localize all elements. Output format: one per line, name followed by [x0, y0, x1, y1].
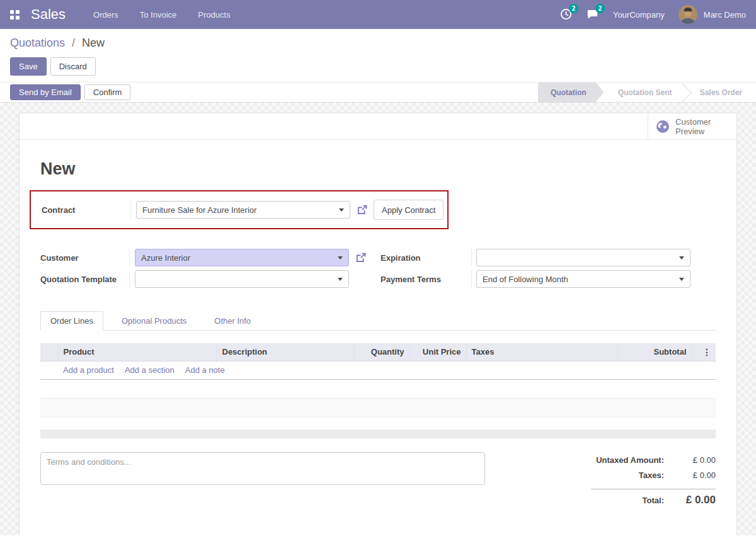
- app-title[interactable]: Sales: [31, 6, 66, 23]
- untaxed-amount-label: Untaxed Amount:: [591, 455, 673, 465]
- apps-menu-icon[interactable]: [10, 10, 20, 20]
- chevron-down-icon: [339, 208, 344, 212]
- confirm-button[interactable]: Confirm: [84, 84, 131, 100]
- tab-optional-products[interactable]: Optional Products: [112, 312, 196, 330]
- sheet-footer: Untaxed Amount: £ 0.00 Taxes: £ 0.00 Tot…: [40, 452, 716, 532]
- globe-icon: [656, 120, 670, 134]
- customer-value: Azure Interior: [141, 253, 334, 263]
- contract-value: Furniture Sale for Azure Interior: [142, 205, 335, 215]
- menu-orders[interactable]: Orders: [92, 6, 120, 23]
- statusbar-buttons: Send by Email Confirm: [10, 84, 130, 100]
- taxes-row: Taxes: £ 0.00: [591, 470, 716, 486]
- discard-button[interactable]: Discard: [50, 57, 96, 76]
- messages-icon[interactable]: 2: [587, 8, 599, 21]
- empty-row: [40, 417, 716, 430]
- chevron-down-icon: [338, 278, 343, 281]
- table-footer-stripe: [40, 430, 716, 438]
- chevron-down-icon: [679, 278, 684, 281]
- order-lines-table: Product Description Quantity Unit Price …: [40, 343, 716, 430]
- user-avatar[interactable]: [679, 5, 697, 24]
- company-switcher[interactable]: YourCompany: [613, 10, 665, 20]
- expiration-label: Expiration: [381, 249, 472, 266]
- messages-badge: 2: [595, 4, 605, 13]
- app-window: Sales Orders To Invoice Products 2 2 You…: [0, 0, 756, 536]
- apply-contract-button[interactable]: Apply Contract: [374, 200, 444, 220]
- main-menu: Orders To Invoice Products: [92, 6, 232, 23]
- breadcrumb-current: New: [82, 37, 105, 49]
- col-product[interactable]: Product: [58, 343, 217, 361]
- payment-terms-select[interactable]: End of Following Month: [476, 270, 690, 288]
- customer-preview-label: Customer Preview: [675, 117, 711, 136]
- total-value: £ 0.00: [673, 494, 716, 506]
- contract-select[interactable]: Furniture Sale for Azure Interior: [136, 201, 350, 219]
- col-taxes[interactable]: Taxes: [466, 343, 617, 361]
- breadcrumb-quotations[interactable]: Quotations: [10, 37, 65, 49]
- payment-terms-label: Payment Terms: [381, 270, 472, 288]
- add-a-product-link[interactable]: Add a product: [63, 365, 114, 375]
- col-unit-price[interactable]: Unit Price: [410, 343, 466, 361]
- menu-to-invoice[interactable]: To Invoice: [139, 6, 178, 23]
- top-navbar: Sales Orders To Invoice Products 2 2 You…: [0, 0, 756, 29]
- form-sheet: Customer Preview New Contract Furniture …: [19, 113, 737, 535]
- optional-columns-icon[interactable]: ⋮: [702, 347, 711, 357]
- step-sales-order[interactable]: Sales Order: [686, 83, 756, 102]
- contract-label: Contract: [42, 201, 131, 219]
- sheet-button-box: Customer Preview: [20, 113, 736, 140]
- save-button[interactable]: Save: [10, 57, 47, 76]
- add-a-section-link[interactable]: Add a section: [125, 365, 175, 375]
- empty-row: [40, 379, 716, 398]
- add-line-row: Add a product Add a section Add a note: [40, 361, 716, 379]
- breadcrumb: Quotations / New: [10, 37, 746, 50]
- activity-clock-icon[interactable]: 2: [560, 8, 573, 21]
- quotation-template-select[interactable]: [135, 270, 349, 288]
- payment-terms-value: End of Following Month: [483, 275, 675, 284]
- step-quotation-sent[interactable]: Quotation Sent: [604, 83, 686, 102]
- quotation-template-label: Quotation Template: [40, 270, 130, 288]
- contract-external-link-icon[interactable]: [357, 204, 368, 215]
- notebook-tabs: Order Lines Optional Products Other Info: [40, 311, 716, 331]
- customer-select[interactable]: Azure Interior: [135, 249, 349, 266]
- breadcrumb-separator: /: [72, 37, 75, 49]
- fields-grid: Customer Azure Interior Expiration: [40, 249, 716, 288]
- menu-products[interactable]: Products: [197, 6, 231, 23]
- total-row: Total: £ 0.00: [591, 489, 716, 506]
- statusbar: Send by Email Confirm Quotation Quotatio…: [0, 82, 756, 103]
- col-quantity[interactable]: Quantity: [354, 343, 410, 361]
- record-title: New: [40, 159, 716, 179]
- totals-block: Untaxed Amount: £ 0.00 Taxes: £ 0.00 Tot…: [591, 455, 716, 506]
- navbar-right: 2 2 YourCompany Marc Demo: [560, 5, 746, 24]
- col-handle: [40, 343, 58, 361]
- col-description[interactable]: Description: [217, 343, 354, 361]
- taxes-label: Taxes:: [591, 470, 673, 480]
- total-label: Total:: [591, 496, 673, 505]
- col-subtotal[interactable]: Subtotal: [617, 343, 692, 361]
- empty-row: [40, 398, 716, 417]
- customer-external-link-icon[interactable]: [355, 252, 367, 263]
- activity-badge: 2: [569, 4, 578, 13]
- untaxed-amount-row: Untaxed Amount: £ 0.00: [591, 455, 716, 470]
- contract-highlight-box: Contract Furniture Sale for Azure Interi…: [30, 190, 449, 229]
- control-panel: Quotations / New Save Discard: [0, 29, 756, 82]
- add-a-note-link[interactable]: Add a note: [185, 365, 225, 375]
- tab-order-lines[interactable]: Order Lines: [40, 311, 103, 331]
- expiration-select[interactable]: [476, 249, 690, 266]
- untaxed-amount-value: £ 0.00: [673, 455, 716, 465]
- sheet-body: New Contract Furniture Sale for Azure In…: [20, 159, 736, 532]
- table-header-row: Product Description Quantity Unit Price …: [40, 343, 716, 361]
- terms-and-conditions-input[interactable]: [40, 452, 485, 485]
- chevron-down-icon: [679, 256, 684, 259]
- step-quotation[interactable]: Quotation: [538, 83, 604, 102]
- form-view-background: Customer Preview New Contract Furniture …: [0, 103, 756, 535]
- contract-field-row: Contract Furniture Sale for Azure Interi…: [42, 200, 447, 220]
- customer-preview-button[interactable]: Customer Preview: [648, 113, 736, 139]
- customer-label: Customer: [40, 249, 130, 266]
- chevron-down-icon: [338, 256, 343, 259]
- taxes-value: £ 0.00: [673, 470, 716, 480]
- send-by-email-button[interactable]: Send by Email: [10, 84, 81, 100]
- status-steps: Quotation Quotation Sent Sales Order: [538, 83, 756, 102]
- tab-other-info[interactable]: Other Info: [205, 312, 260, 330]
- record-actions: Save Discard: [10, 57, 746, 76]
- user-menu[interactable]: Marc Demo: [704, 10, 746, 20]
